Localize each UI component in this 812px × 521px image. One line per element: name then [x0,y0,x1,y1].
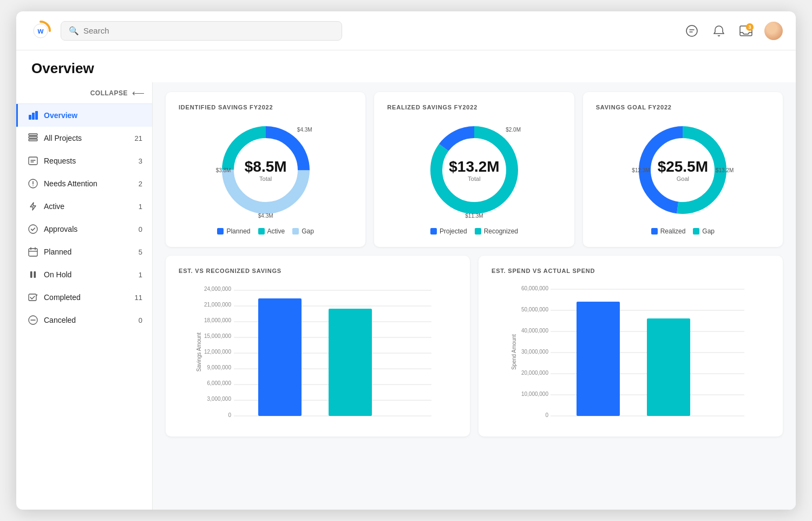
search-bar[interactable]: 🔍 [61,21,342,41]
requests-count: 3 [139,157,142,165]
collapse-label: COLLAPSE [90,89,128,97]
svg-text:0: 0 [228,412,231,418]
id-label-left: $3.8M [216,167,231,173]
app-frame: w 🔍 3 Overview [16,11,796,510]
sidebar-item-label-planned: Planned [44,248,133,256]
svg-text:9,000,000: 9,000,000 [207,364,232,370]
svg-text:24,000,000: 24,000,000 [204,286,231,292]
needs-attention-count: 2 [139,180,142,188]
svg-text:20,000,000: 20,000,000 [521,370,548,376]
page-title: Overview [16,50,796,82]
svg-rect-10 [29,139,37,141]
sidebar-item-approvals[interactable]: Approvals 0 [16,218,152,240]
realized-savings-donut: $13.2M Total $2.0M $11.3M [425,121,523,219]
svg-text:50,000,000: 50,000,000 [521,307,548,312]
savings-goal-legend: Realized Gap [651,227,715,235]
est-vs-recognized-title: EST. VS RECOGNIZED SAVINGS [179,268,457,274]
inbox-icon[interactable]: 3 [737,22,755,40]
realized-savings-title: REALIZED SAVINGS FY2022 [387,104,561,110]
svg-point-13 [32,185,34,186]
needs-attention-icon [28,178,38,189]
identified-savings-title: IDENTIFIED SAVINGS FY2022 [179,104,352,110]
legend-item-gap2: Gap [693,227,715,235]
realized-savings-legend: Projected Recognized [430,227,518,235]
svg-rect-9 [29,136,37,138]
svg-rect-15 [29,249,37,256]
content-area: IDENTIFIED SAVINGS FY2022 [153,82,796,510]
on-hold-count: 1 [139,271,142,279]
legend-item-planned: Planned [217,227,250,235]
svg-text:Savings Amount: Savings Amount [196,333,202,372]
savings-goal-title: SAVINGS GOAL FY2022 [596,104,770,110]
svg-text:w: w [37,27,44,35]
svg-rect-16 [30,271,32,278]
savings-goal-card: SAVINGS GOAL FY2022 $25.5M Goal [583,92,783,247]
sidebar-item-on-hold[interactable]: On Hold 1 [16,263,152,286]
sidebar-item-canceled[interactable]: Canceled 0 [16,309,152,331]
savings-goal-donut: $25.5M Goal $12.3M $13.2M [634,121,731,219]
sg-label-right: $13.2M [716,167,734,173]
bar-est-spend [577,302,620,416]
message-icon[interactable] [683,22,700,40]
identified-savings-donut: $8.5M Total $4.3M $4.3M $3.8M [217,121,315,219]
requests-icon [28,155,38,166]
completed-icon [28,292,38,303]
identified-savings-legend: Planned Active Gap [217,227,313,235]
sidebar-item-label-active: Active [44,202,133,211]
svg-text:0: 0 [545,412,548,418]
donut-cards-row: IDENTIFIED SAVINGS FY2022 [166,92,783,247]
legend-item-active: Active [258,227,285,235]
savings-goal-donut-container: $25.5M Goal $12.3M $13.2M Realized [596,117,770,235]
svg-text:18,000,000: 18,000,000 [204,317,231,323]
identified-savings-card: IDENTIFIED SAVINGS FY2022 [166,92,365,247]
sidebar-item-label-completed: Completed [44,293,129,302]
realized-savings-value: $13.2M Total [449,158,499,182]
svg-text:Spend Amount: Spend Amount [511,334,517,370]
svg-rect-7 [35,111,38,120]
svg-text:15,000,000: 15,000,000 [204,333,231,339]
workday-logo: w [29,19,52,42]
search-icon: 🔍 [69,26,79,36]
svg-text:21,000,000: 21,000,000 [204,302,231,308]
sidebar: COLLAPSE ⟵ Overview All Projects 21 [16,82,153,510]
svg-rect-17 [34,271,36,278]
planned-icon [28,246,38,257]
avatar[interactable] [764,22,783,40]
planned-count: 5 [139,248,142,256]
sidebar-collapse-button[interactable]: COLLAPSE ⟵ [16,82,152,104]
id-label-tr: $4.3M [297,127,312,133]
svg-text:30,000,000: 30,000,000 [521,349,548,355]
main-body: COLLAPSE ⟵ Overview All Projects 21 [16,82,796,510]
sidebar-item-needs-attention[interactable]: Needs Attention 2 [16,172,152,195]
svg-rect-11 [29,157,37,165]
all-projects-icon [28,133,38,144]
sidebar-item-planned[interactable]: Planned 5 [16,240,152,263]
on-hold-icon [28,269,38,280]
svg-text:6,000,000: 6,000,000 [207,380,232,386]
identified-savings-value: $8.5M Total [245,158,287,182]
bar-actual-spend [647,318,690,416]
sidebar-item-label-overview: Overview [44,111,142,120]
savings-goal-value: $25.5M Goal [658,158,708,182]
sidebar-item-label-all-projects: All Projects [44,134,129,142]
bar-estimated [258,298,302,416]
all-projects-count: 21 [135,134,142,142]
notification-icon[interactable] [710,22,728,40]
inbox-badge: 3 [746,23,754,31]
bar-charts-row: EST. VS RECOGNIZED SAVINGS 0 3,000,000 6… [166,256,783,437]
search-input[interactable] [83,26,334,35]
svg-text:3,000,000: 3,000,000 [207,396,232,402]
sidebar-item-completed[interactable]: Completed 11 [16,286,152,309]
svg-text:10,000,000: 10,000,000 [521,391,548,397]
topbar: w 🔍 3 [16,11,796,50]
approvals-icon [28,224,38,235]
est-spend-vs-actual-chart: 0 10,000,000 20,000,000 30,000,000 40,00… [492,282,770,422]
sidebar-item-overview[interactable]: Overview [16,104,152,127]
sidebar-item-all-projects[interactable]: All Projects 21 [16,127,152,149]
svg-text:40,000,000: 40,000,000 [521,328,548,334]
svg-rect-18 [29,294,36,301]
sidebar-item-active[interactable]: Active 1 [16,195,152,218]
bar-recognized [329,309,372,416]
sidebar-item-requests[interactable]: Requests 3 [16,149,152,172]
est-spend-vs-actual-card: EST. SPEND VS ACTUAL SPEND 0 10,000,000 … [479,256,783,437]
